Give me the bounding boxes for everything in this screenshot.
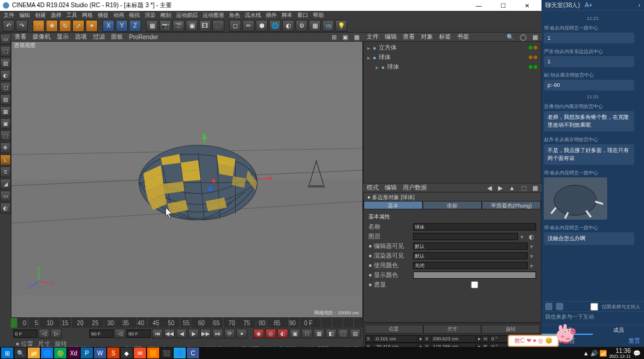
taskbar-app-11[interactable]: 🟧: [147, 348, 159, 358]
mode-tool-14[interactable]: ◐: [0, 203, 11, 214]
mode-tool-9[interactable]: ✥: [0, 142, 11, 153]
attr-nav-icon[interactable]: ▶: [498, 185, 503, 191]
maximize-button[interactable]: ☐: [491, 0, 515, 11]
timeline[interactable]: 0510152025303540455055606570758085900 F: [11, 318, 363, 328]
close-button[interactable]: ✕: [515, 0, 539, 11]
attr-checkbox[interactable]: [413, 281, 536, 288]
taskbar-app-12[interactable]: ⬛: [160, 348, 172, 358]
windows-taskbar[interactable]: ⊞🔍📁🌐🟢XdPWS◆✉🟧⬛🌀C ▲ 🔊 📶 11:36 2021-12-11 …: [0, 347, 644, 359]
tool-⤢[interactable]: ⤢: [72, 20, 84, 32]
menu-网格[interactable]: 网格: [82, 11, 93, 19]
tool-▦[interactable]: ▦: [309, 20, 321, 32]
play-●[interactable]: ●: [236, 329, 247, 338]
attr-value[interactable]: 默认: [413, 243, 528, 250]
vp-menu-显示[interactable]: 显示: [57, 33, 69, 41]
taskbar-app-7[interactable]: W: [94, 348, 106, 358]
spinner[interactable]: ▸: [476, 335, 481, 343]
tool-▣[interactable]: ▣: [186, 20, 198, 32]
step-back[interactable]: ◁: [115, 329, 125, 338]
tool-↶[interactable]: ↶: [2, 20, 14, 32]
notif-icon[interactable]: 💬: [633, 350, 640, 357]
attr-color[interactable]: [413, 272, 536, 279]
play-⟳[interactable]: ⟳: [224, 329, 235, 338]
taskbar-app-8[interactable]: S: [107, 348, 119, 358]
play2-6[interactable]: ◧: [326, 329, 336, 338]
chat-image[interactable]: [544, 177, 607, 220]
objmgr-icon[interactable]: ◯: [520, 34, 526, 40]
coord-value[interactable]: 200.623 cm: [431, 335, 476, 343]
attr-tab[interactable]: 平滑着色(Phong): [482, 201, 541, 209]
mode-tool-1[interactable]: ⬚: [0, 46, 11, 57]
play2-4[interactable]: □: [301, 329, 312, 338]
play2-0[interactable]: ◉: [253, 329, 264, 338]
attr-value[interactable]: 关闭: [413, 262, 528, 269]
vp-menu-过滤[interactable]: 过滤: [93, 33, 105, 41]
menu-脚本[interactable]: 脚本: [282, 11, 292, 19]
tool-🌐[interactable]: 🌐: [269, 20, 281, 32]
attr-nav-icon[interactable]: ⬚: [521, 185, 526, 191]
tool-↷[interactable]: ↷: [16, 20, 28, 32]
tool-◐[interactable]: ◐: [282, 20, 294, 32]
mode-tool-6[interactable]: ▦: [0, 106, 11, 117]
taskbar-app-14[interactable]: C: [187, 348, 199, 358]
play-⏮[interactable]: ⏮: [152, 329, 163, 338]
tool-X[interactable]: X: [103, 20, 115, 32]
play2-5[interactable]: ▦: [314, 329, 324, 338]
vp-layout-icon[interactable]: ▣: [343, 34, 348, 40]
vp-menu-查看[interactable]: 查看: [14, 33, 27, 41]
menu-选择[interactable]: 选择: [51, 11, 62, 19]
taskbar-app-10[interactable]: ✉: [134, 348, 146, 358]
attr-tab[interactable]: 基本: [364, 201, 423, 209]
tool-⚙[interactable]: ⚙: [295, 20, 308, 32]
font-size-btn[interactable]: A+: [585, 2, 593, 8]
nav-next-key[interactable]: ▷: [51, 329, 62, 338]
viewport[interactable]: x y z 网格间距 : 10000 cm 透视视图 MAXON CINEMA …: [11, 41, 363, 318]
menu-工具[interactable]: 工具: [66, 11, 77, 19]
chat-messages[interactable]: 11:21邓·春从内昆明五一路中心1严涛·怡从内常东边边房中心1副-怡从南京明故…: [541, 11, 644, 301]
taskbar-app-1[interactable]: 🔍: [14, 348, 27, 358]
objmgr-icon[interactable]: 🔍: [507, 34, 514, 40]
emoji-icon[interactable]: [545, 303, 552, 310]
objmenu-查看[interactable]: 查看: [403, 33, 415, 41]
attr-layer[interactable]: [413, 233, 518, 240]
play2-1[interactable]: ◎: [265, 329, 276, 338]
mode-tool-4[interactable]: ◻: [0, 82, 11, 93]
menu-插件[interactable]: 插件: [266, 11, 277, 19]
play2-7[interactable]: ⬚: [338, 329, 349, 338]
vp-menu-面板[interactable]: 面板: [111, 33, 123, 41]
objmgr-icon[interactable]: ▦: [532, 34, 538, 40]
play-▶▶[interactable]: ▶▶: [200, 329, 211, 338]
object-manager[interactable]: ▸●立方体▸●球体▸●球体: [363, 41, 541, 183]
taskbar-app-5[interactable]: Xd: [68, 348, 80, 358]
menu-创建[interactable]: 创建: [35, 11, 46, 19]
attr-tab[interactable]: 坐标: [423, 201, 482, 209]
menu-渲染[interactable]: 渲染: [145, 11, 156, 19]
objmenu-书签[interactable]: 书签: [457, 33, 469, 41]
menu-角色[interactable]: 角色: [229, 11, 240, 19]
vp-menu-ProRender[interactable]: ProRender: [129, 34, 158, 40]
tool-Y[interactable]: Y: [116, 20, 128, 32]
attrmenu-编辑[interactable]: 编辑: [385, 183, 397, 192]
host-only-checkbox[interactable]: [590, 303, 598, 311]
attr-value[interactable]: 默认: [413, 252, 528, 259]
tool-✥[interactable]: ✥: [46, 20, 58, 32]
mode-tool-11[interactable]: S: [0, 167, 11, 177]
play-⏭[interactable]: ⏭: [212, 329, 223, 338]
mode-tool-2[interactable]: ▨: [0, 58, 11, 69]
taskbar-app-3[interactable]: 🌐: [41, 348, 53, 358]
menu-帮助[interactable]: 帮助: [313, 11, 324, 19]
vp-layout-icon[interactable]: ⊞: [332, 34, 336, 40]
frame-start-input[interactable]: [13, 329, 37, 338]
mode-tool-8[interactable]: ⬚: [0, 130, 11, 141]
tool-✏[interactable]: ✏: [242, 20, 254, 32]
menu-捕捉[interactable]: 捕捉: [98, 11, 109, 19]
mode-tool-5[interactable]: ▧: [0, 94, 11, 105]
attrmenu-模式[interactable]: 模式: [367, 183, 379, 192]
taskbar-app-9[interactable]: ◆: [121, 348, 133, 358]
vp-menu-选项[interactable]: 选项: [75, 33, 87, 41]
menu-编辑[interactable]: 编辑: [19, 11, 30, 19]
tool-🎞[interactable]: 🎞: [199, 20, 211, 32]
tool-🎥[interactable]: 🎥: [212, 20, 224, 32]
play-▶[interactable]: ▶: [188, 329, 199, 338]
mode-tool-10[interactable]: L: [0, 154, 11, 165]
